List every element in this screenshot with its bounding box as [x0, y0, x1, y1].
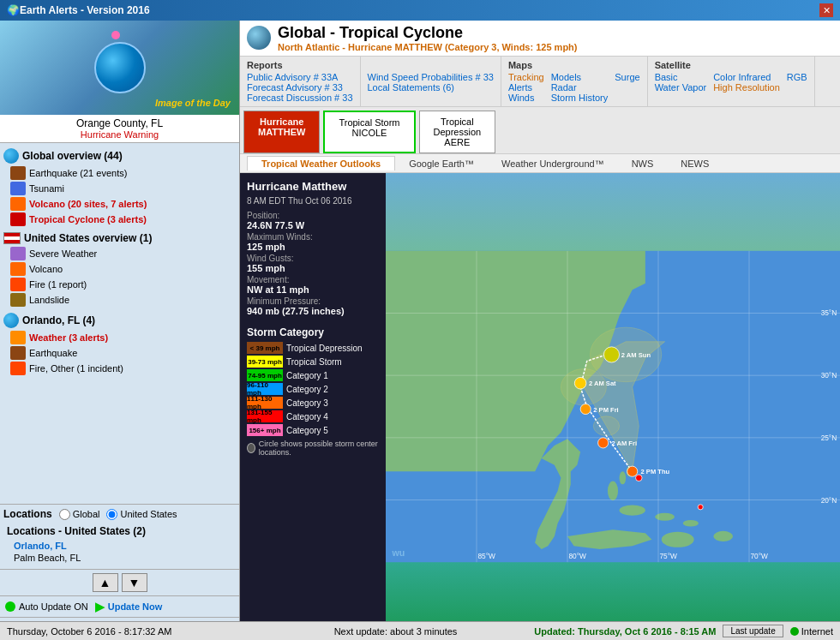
local-statements-link[interactable]: Local Statements (6) — [368, 82, 494, 93]
nav-up-button[interactable]: ▲ — [93, 573, 118, 592]
storm-tab-label-3a: Tropical — [434, 117, 482, 127]
nav-down-button[interactable]: ▼ — [122, 573, 147, 592]
volcano-icon — [10, 197, 26, 211]
list-item[interactable]: Volcano (20 sites, 7 alerts) — [3, 196, 236, 212]
legend-title: Storm Category — [247, 326, 379, 338]
list-item[interactable]: Severe Weather — [3, 246, 236, 261]
storm-tab-label-1a: Hurricane — [258, 117, 305, 127]
legend-category-label: Category 3 — [286, 398, 328, 408]
legend-color-box: < 39 mph — [247, 342, 283, 354]
update-now-button[interactable]: ▶ Update Now — [95, 600, 163, 613]
global-volcano-label: Volcano (20 sites, 7 alerts) — [29, 199, 147, 209]
weather-icon — [10, 331, 26, 344]
legend-category-label: Category 4 — [286, 412, 328, 422]
global-tsunami-label: Tsunami — [29, 183, 64, 194]
rgb-link[interactable]: RGB — [787, 72, 807, 82]
legend-category-label: Category 5 — [286, 426, 328, 435]
tropical-storm-nicole-tab[interactable]: Tropical Storm NICOLE — [323, 111, 415, 153]
list-item[interactable]: Earthquake (21 events) — [3, 165, 236, 181]
storm-info-panel: Hurricane Matthew 8 AM EDT Thu Oct 06 20… — [240, 173, 386, 640]
hurricane-matthew-tab[interactable]: Hurricane MATTHEW — [243, 111, 320, 153]
auto-update-bar: Auto Update ON ▶ Update Now — [0, 595, 239, 617]
news-link[interactable]: NEWS — [667, 157, 723, 170]
winds-link[interactable]: Winds — [508, 93, 544, 103]
tracking-link[interactable]: Tracking — [508, 72, 544, 82]
us-overview-header: United States overview (1) — [3, 230, 236, 246]
weather-underground-link[interactable]: Weather Underground™ — [488, 157, 618, 170]
list-item[interactable]: Earthquake — [3, 345, 236, 361]
radar-link[interactable]: Radar — [551, 82, 609, 93]
external-links-bar: Tropical Weather Outlooks Google Earth™ … — [240, 154, 840, 173]
basic-link[interactable]: Basic — [655, 72, 707, 82]
svg-text:30°N: 30°N — [821, 371, 837, 380]
water-vapor-link[interactable]: Water Vapor — [655, 82, 707, 93]
color-infrared-link[interactable]: Color Infrared — [713, 72, 780, 82]
legend-category-label: Category 1 — [286, 371, 328, 380]
location-dot — [111, 31, 120, 39]
us-radio[interactable] — [106, 509, 117, 520]
position-label: Position: — [247, 211, 379, 220]
forecast-advisory-link[interactable]: Forecast Advisory # 33 — [247, 82, 353, 93]
image-of-day[interactable]: Image of the Day — [0, 21, 239, 115]
models-link[interactable]: Models — [551, 72, 609, 82]
legend-color-box: 96-110 mph — [247, 383, 283, 395]
global-overview-title: Global overview (44) — [22, 150, 123, 162]
status-right: Updated: Thursday, Oct 6 2016 - 8:15 AM … — [527, 625, 840, 637]
alerts-link[interactable]: Alerts — [508, 82, 544, 93]
svg-text:70°W: 70°W — [751, 552, 769, 560]
list-item[interactable]: Fire, Other (1 incident) — [3, 361, 236, 376]
last-update-button[interactable]: Last update — [723, 625, 783, 637]
max-winds-value: 125 mph — [247, 242, 379, 252]
us-overview-title: United States overview (1) — [24, 232, 152, 244]
svg-point-6 — [608, 481, 618, 501]
legend-note-text: Circle shows possible storm center locat… — [259, 440, 379, 457]
us-radio-label[interactable]: United States — [106, 509, 177, 520]
public-advisory-link[interactable]: Public Advisory # 33A — [247, 72, 353, 82]
google-earth-link[interactable]: Google Earth™ — [395, 157, 488, 170]
high-resolution-link[interactable]: High Resolution — [713, 82, 780, 93]
location-orlando[interactable]: Orlando, FL — [7, 540, 232, 552]
location-palm-beach[interactable]: Palm Beach, FL — [7, 552, 232, 564]
locations-tab-label: Locations — [3, 508, 52, 520]
global-radio[interactable] — [59, 509, 70, 520]
orlando-fire-label: Fire, Other (1 incident) — [29, 363, 123, 374]
svg-point-36 — [603, 347, 619, 362]
status-next-update: Next update: about 3 minutes — [264, 626, 528, 637]
legend-color-box: 111-130 mph — [247, 397, 283, 409]
forecast-discussion-link[interactable]: Forecast Discussion # 33 — [247, 93, 353, 103]
internet-label: Internet — [801, 626, 833, 637]
global-radio-label[interactable]: Global — [59, 509, 100, 520]
update-now-label: Update Now — [108, 601, 163, 612]
tropical-outlook-link[interactable]: Tropical Weather Outlooks — [247, 156, 395, 170]
location-globe-icon — [3, 313, 19, 328]
list-item[interactable]: Landslide — [3, 292, 236, 308]
tropical-depression-aere-tab[interactable]: Tropical Depression AERE — [419, 111, 496, 153]
tsunami-icon — [10, 182, 26, 195]
wind-speed-link[interactable]: Wind Speed Probabilities # 33 — [368, 72, 494, 82]
list-item[interactable]: Fire (1 report) — [3, 277, 236, 292]
wind-gusts-label: Wind Gusts: — [247, 254, 379, 263]
list-item[interactable]: Tsunami — [3, 181, 236, 196]
nws-link[interactable]: NWS — [618, 157, 668, 170]
status-datetime: Thursday, October 6 2016 - 8:17:32 AM — [0, 626, 264, 637]
legend-color-box: 156+ mph — [247, 424, 283, 436]
legend-color-box: 131-155 mph — [247, 410, 283, 422]
us-fire-icon — [10, 278, 26, 291]
locations-tabs: Locations Global United States Locations… — [0, 504, 239, 569]
svg-text:2 AM Fri: 2 AM Fri — [611, 440, 637, 447]
surge-link[interactable]: Surge — [615, 72, 639, 82]
rp-nav: Reports Public Advisory # 33A Forecast A… — [240, 57, 840, 107]
us-fire-label: Fire (1 report) — [29, 279, 87, 290]
play-icon: ▶ — [95, 600, 105, 613]
list-item[interactable]: Weather (3 alerts) — [3, 330, 236, 345]
storm-history-link[interactable]: Storm History — [551, 93, 609, 103]
min-pressure-label: Minimum Pressure: — [247, 296, 379, 306]
list-item[interactable]: Tropical Cyclone (3 alerts) — [3, 212, 236, 227]
storm-tab-label-1b: MATTHEW — [258, 127, 305, 137]
list-item[interactable]: Volcano — [3, 261, 236, 277]
orlando-overview-header: Orlando, FL (4) — [3, 311, 236, 330]
app-icon: 🌍 — [7, 4, 20, 16]
close-button[interactable]: ✕ — [819, 3, 833, 17]
svg-text:80°W: 80°W — [569, 552, 587, 560]
svg-text:25°N: 25°N — [821, 434, 837, 442]
